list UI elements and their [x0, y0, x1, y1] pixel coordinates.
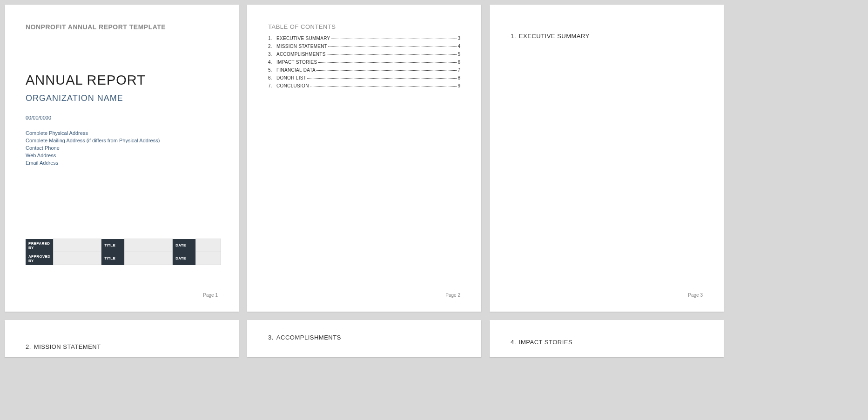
- section-heading: 1. EXECUTIVE SUMMARY: [511, 33, 703, 40]
- toc-label: FINANCIAL DATA: [276, 67, 316, 73]
- report-title: ANNUAL REPORT: [26, 73, 218, 88]
- section-title: EXECUTIVE SUMMARY: [519, 33, 590, 40]
- physical-address: Complete Physical Address: [26, 130, 218, 137]
- section-num: 4.: [511, 339, 516, 346]
- toc-page: 3: [458, 36, 460, 41]
- toc-dots: [310, 86, 457, 87]
- section-num: 1.: [511, 33, 516, 40]
- toc-num: 4.: [268, 60, 276, 65]
- section-title: MISSION STATEMENT: [34, 343, 101, 350]
- toc-num: 1.: [268, 36, 276, 41]
- toc-label: DONOR LIST: [276, 75, 306, 80]
- toc-item: 5. FINANCIAL DATA 7: [268, 67, 460, 73]
- toc-page: 8: [458, 75, 460, 80]
- page-number: Page 1: [203, 293, 218, 298]
- toc-list: 1. EXECUTIVE SUMMARY 3 2. MISSION STATEM…: [268, 36, 460, 88]
- approved-by-value: [54, 252, 101, 265]
- toc-item: 4. IMPACT STORIES 6: [268, 60, 460, 65]
- section-num: 3.: [268, 334, 274, 341]
- toc-dots: [318, 62, 457, 63]
- date-value-2: [195, 252, 221, 265]
- date-label-1: DATE: [173, 239, 196, 252]
- page-1: NONPROFIT ANNUAL REPORT TEMPLATE ANNUAL …: [5, 5, 239, 312]
- toc-label: IMPACT STORIES: [276, 60, 317, 65]
- page-number: Page 3: [688, 293, 703, 298]
- toc-page: 7: [458, 67, 460, 73]
- web-address: Web Address: [26, 152, 218, 160]
- toc-page: 5: [458, 52, 460, 57]
- signature-table: PREPARED BY TITLE DATE APPROVED BY TITLE…: [26, 239, 221, 265]
- report-date: 00/00/0000: [26, 115, 218, 120]
- toc-item: 3. ACCOMPLISHMENTS 5: [268, 52, 460, 57]
- toc-num: 6.: [268, 75, 276, 80]
- title-label-2: TITLE: [101, 252, 125, 265]
- toc-dots: [327, 54, 457, 55]
- section-num: 2.: [26, 343, 31, 350]
- toc-dots: [316, 70, 457, 71]
- toc-num: 2.: [268, 44, 276, 49]
- section-heading: 4. IMPACT STORIES: [511, 339, 703, 346]
- section-heading: 3. ACCOMPLISHMENTS: [268, 334, 460, 341]
- pages-row-2: 2. MISSION STATEMENT 3. ACCOMPLISHMENTS …: [5, 320, 863, 357]
- address-block: Complete Physical Address Complete Maili…: [26, 130, 218, 167]
- email-address: Email Address: [26, 160, 218, 167]
- pages-row-1: NONPROFIT ANNUAL REPORT TEMPLATE ANNUAL …: [5, 5, 863, 312]
- table-row: PREPARED BY TITLE DATE: [26, 239, 221, 252]
- toc-item: 2. MISSION STATEMENT 4: [268, 44, 460, 49]
- contact-phone: Contact Phone: [26, 145, 218, 152]
- table-row: APPROVED BY TITLE DATE: [26, 252, 221, 265]
- section-title: IMPACT STORIES: [519, 339, 572, 346]
- toc-dots: [307, 78, 457, 79]
- toc-label: EXECUTIVE SUMMARY: [276, 36, 330, 41]
- prepared-by-value: [54, 239, 101, 252]
- toc-page: 9: [458, 83, 460, 88]
- title-label-1: TITLE: [101, 239, 125, 252]
- page-4: 2. MISSION STATEMENT: [5, 320, 239, 357]
- title-value-1: [125, 239, 173, 252]
- mailing-address: Complete Mailing Address (if differs fro…: [26, 137, 218, 145]
- template-header: NONPROFIT ANNUAL REPORT TEMPLATE: [26, 23, 218, 31]
- toc-num: 7.: [268, 83, 276, 88]
- page-3: 1. EXECUTIVE SUMMARY Page 3: [490, 5, 724, 312]
- toc-title: TABLE OF CONTENTS: [268, 23, 460, 30]
- approved-by-label: APPROVED BY: [26, 252, 54, 265]
- toc-dots: [331, 39, 457, 39]
- toc-item: 6. DONOR LIST 8: [268, 75, 460, 80]
- prepared-by-label: PREPARED BY: [26, 239, 54, 252]
- toc-label: MISSION STATEMENT: [276, 44, 327, 49]
- page-6: 4. IMPACT STORIES: [490, 320, 724, 357]
- toc-item: 1. EXECUTIVE SUMMARY 3: [268, 36, 460, 41]
- date-label-2: DATE: [173, 252, 196, 265]
- toc-label: ACCOMPLISHMENTS: [276, 52, 326, 57]
- toc-page: 6: [458, 60, 460, 65]
- toc-label: CONCLUSION: [276, 83, 309, 88]
- toc-dots: [328, 47, 457, 47]
- org-name: ORGANIZATION NAME: [26, 93, 218, 103]
- toc-num: 5.: [268, 67, 276, 73]
- toc-item: 7. CONCLUSION 9: [268, 83, 460, 88]
- title-value-2: [125, 252, 173, 265]
- date-value-1: [195, 239, 221, 252]
- page-2: TABLE OF CONTENTS 1. EXECUTIVE SUMMARY 3…: [247, 5, 481, 312]
- page-number: Page 2: [445, 293, 460, 298]
- page-5: 3. ACCOMPLISHMENTS: [247, 320, 481, 357]
- toc-num: 3.: [268, 52, 276, 57]
- section-title: ACCOMPLISHMENTS: [276, 334, 341, 341]
- toc-page: 4: [458, 44, 460, 49]
- section-heading: 2. MISSION STATEMENT: [26, 343, 218, 350]
